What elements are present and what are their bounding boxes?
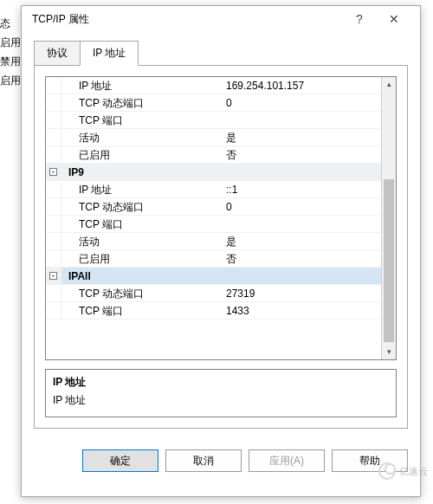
description-body: IP 地址 xyxy=(53,393,389,408)
description-title: IP 地址 xyxy=(53,375,389,390)
property-grid[interactable]: IP 地址169.254.101.157TCP 动态端口0TCP 端口活动是已启… xyxy=(45,76,397,360)
cancel-button[interactable]: 取消 xyxy=(165,449,242,472)
collapse-icon[interactable]: - xyxy=(49,272,57,280)
row-label: TCP 端口 xyxy=(61,112,223,128)
row-label: 活动 xyxy=(61,233,223,249)
row-value[interactable]: ::1 xyxy=(223,181,381,197)
row-value[interactable]: 0 xyxy=(223,94,381,111)
row-gutter xyxy=(46,94,61,111)
titlebar[interactable]: TCP/IP 属性 ? ✕ xyxy=(22,6,420,32)
row-value[interactable]: 否 xyxy=(223,250,381,267)
grid-row[interactable]: TCP 端口 xyxy=(46,112,381,129)
bg-line: 启用 xyxy=(0,33,21,52)
row-value[interactable]: 27319 xyxy=(223,285,381,301)
scroll-down-button[interactable]: ▾ xyxy=(382,345,396,359)
row-gutter xyxy=(46,112,61,128)
context-help-button[interactable]: 帮助 xyxy=(332,449,408,472)
bg-line: 态 xyxy=(0,14,21,33)
description-box: IP 地址 IP 地址 xyxy=(45,369,397,417)
row-label: 已启用 xyxy=(61,250,223,267)
row-value[interactable]: 169.254.101.157 xyxy=(223,77,381,94)
ok-button[interactable]: 确定 xyxy=(82,449,158,472)
grid-row[interactable]: IP 地址169.254.101.157 xyxy=(46,77,381,94)
grid-row[interactable]: 活动是 xyxy=(46,233,381,250)
row-gutter xyxy=(46,181,61,197)
scroll-up-button[interactable]: ▴ xyxy=(382,77,396,92)
scroll-thumb[interactable] xyxy=(384,179,394,342)
row-value[interactable] xyxy=(223,216,381,232)
row-label: 活动 xyxy=(61,129,223,145)
row-value[interactable]: 否 xyxy=(223,146,381,163)
dialog-button-row: 确定 取消 应用(A) 帮助 xyxy=(22,439,420,472)
row-gutter xyxy=(46,129,61,145)
grid-row[interactable]: 活动是 xyxy=(46,129,381,146)
row-value xyxy=(223,268,381,284)
row-gutter xyxy=(46,285,61,301)
grid-section-header[interactable]: -IP9 xyxy=(46,164,381,181)
row-gutter xyxy=(46,233,61,249)
tab-protocol[interactable]: 协议 xyxy=(34,41,81,66)
row-value[interactable]: 0 xyxy=(223,198,381,215)
bg-line: 启用 xyxy=(0,71,21,90)
row-gutter xyxy=(46,146,61,163)
grid-row[interactable]: IP 地址::1 xyxy=(46,181,381,198)
row-label: TCP 动态端口 xyxy=(61,94,223,111)
row-label: TCP 动态端口 xyxy=(61,285,223,301)
row-gutter xyxy=(46,216,61,232)
grid-row[interactable]: 已启用否 xyxy=(46,250,381,268)
vertical-scrollbar[interactable]: ▴ ▾ xyxy=(381,77,396,359)
row-label: IP9 xyxy=(61,164,223,180)
grid-row[interactable]: TCP 动态端口0 xyxy=(46,94,381,112)
grid-row[interactable]: TCP 端口1433 xyxy=(46,302,381,320)
dialog-client-area: 协议 IP 地址 IP 地址169.254.101.157TCP 动态端口0TC… xyxy=(22,32,420,439)
tcpip-properties-dialog: TCP/IP 属性 ? ✕ 协议 IP 地址 IP 地址169.254.101.… xyxy=(21,5,421,497)
row-value xyxy=(223,164,381,180)
row-label: IP 地址 xyxy=(61,181,223,197)
collapse-icon[interactable]: - xyxy=(49,168,57,176)
apply-button[interactable]: 应用(A) xyxy=(249,449,325,472)
grid-section-header[interactable]: -IPAll xyxy=(46,268,381,285)
grid-row[interactable]: TCP 动态端口27319 xyxy=(46,285,381,302)
row-value[interactable]: 1433 xyxy=(223,302,381,319)
row-label: 已启用 xyxy=(61,146,223,163)
grid-row[interactable]: TCP 端口 xyxy=(46,216,381,233)
row-label: TCP 端口 xyxy=(61,216,223,232)
tab-strip: 协议 IP 地址 xyxy=(34,41,408,66)
row-gutter xyxy=(46,302,61,319)
row-value[interactable]: 是 xyxy=(223,233,381,249)
background-sidebar: 态 启用 禁用 启用 xyxy=(0,14,21,90)
row-label: TCP 动态端口 xyxy=(61,198,223,215)
row-label: IPAll xyxy=(61,268,223,284)
row-label: IP 地址 xyxy=(61,77,223,94)
bg-line: 禁用 xyxy=(0,52,21,71)
row-gutter xyxy=(46,77,61,94)
row-label: TCP 端口 xyxy=(61,302,223,319)
grid-row[interactable]: TCP 动态端口0 xyxy=(46,198,381,216)
tab-panel: IP 地址169.254.101.157TCP 动态端口0TCP 端口活动是已启… xyxy=(34,65,408,429)
row-gutter xyxy=(46,250,61,267)
help-button[interactable]: ? xyxy=(342,12,377,26)
close-button[interactable]: ✕ xyxy=(377,12,411,26)
row-value[interactable]: 是 xyxy=(223,129,381,145)
row-gutter xyxy=(46,198,61,215)
row-gutter: - xyxy=(46,268,61,284)
tab-ip-address[interactable]: IP 地址 xyxy=(80,41,139,66)
row-value[interactable] xyxy=(223,112,381,128)
grid-row[interactable]: 已启用否 xyxy=(46,146,381,164)
row-gutter: - xyxy=(46,164,61,180)
dialog-title: TCP/IP 属性 xyxy=(32,12,342,27)
